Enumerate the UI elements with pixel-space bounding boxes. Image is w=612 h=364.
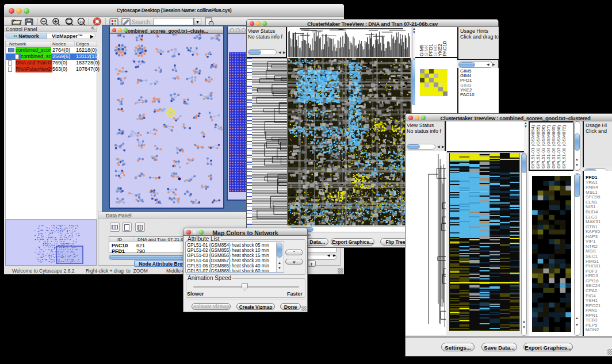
svg-text:1:1: 1:1 (79, 20, 84, 24)
